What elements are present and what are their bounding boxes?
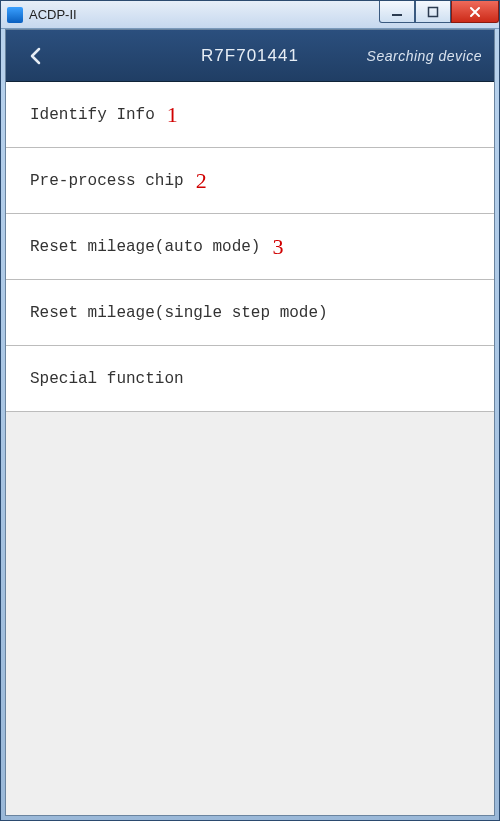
app-icon [7, 7, 23, 23]
app-frame: R7F701441 Searching device Identify Info… [5, 29, 495, 816]
app-header: R7F701441 Searching device [6, 30, 494, 82]
menu-item-label: Reset mileage(single step mode) [30, 304, 328, 322]
menu-item-label: Identify Info [30, 106, 155, 124]
annotation-badge: 1 [167, 102, 178, 128]
menu-item-reset-mileage-auto[interactable]: Reset mileage(auto mode) 3 [6, 214, 494, 280]
menu-list: Identify Info 1 Pre-process chip 2 Reset… [6, 82, 494, 412]
window-title: ACDP-II [29, 7, 77, 22]
empty-area [6, 412, 494, 815]
menu-item-label: Reset mileage(auto mode) [30, 238, 260, 256]
close-icon [468, 6, 482, 18]
annotation-badge: 3 [272, 234, 283, 260]
svg-rect-0 [392, 14, 402, 16]
menu-item-special-function[interactable]: Special function [6, 346, 494, 412]
window-controls [379, 1, 499, 23]
close-button[interactable] [451, 1, 499, 23]
svg-rect-1 [429, 7, 438, 16]
menu-item-reset-mileage-single[interactable]: Reset mileage(single step mode) [6, 280, 494, 346]
back-button[interactable] [18, 38, 54, 74]
chevron-left-icon [27, 47, 45, 65]
maximize-button[interactable] [415, 1, 451, 23]
device-status: Searching device [367, 48, 482, 64]
annotation-badge: 2 [196, 168, 207, 194]
os-window: ACDP-II R7F701441 Searching device Ident… [0, 0, 500, 821]
maximize-icon [427, 6, 439, 18]
menu-item-label: Pre-process chip [30, 172, 184, 190]
menu-item-identify-info[interactable]: Identify Info 1 [6, 82, 494, 148]
menu-item-preprocess-chip[interactable]: Pre-process chip 2 [6, 148, 494, 214]
minimize-icon [391, 6, 403, 18]
menu-item-label: Special function [30, 370, 184, 388]
minimize-button[interactable] [379, 1, 415, 23]
